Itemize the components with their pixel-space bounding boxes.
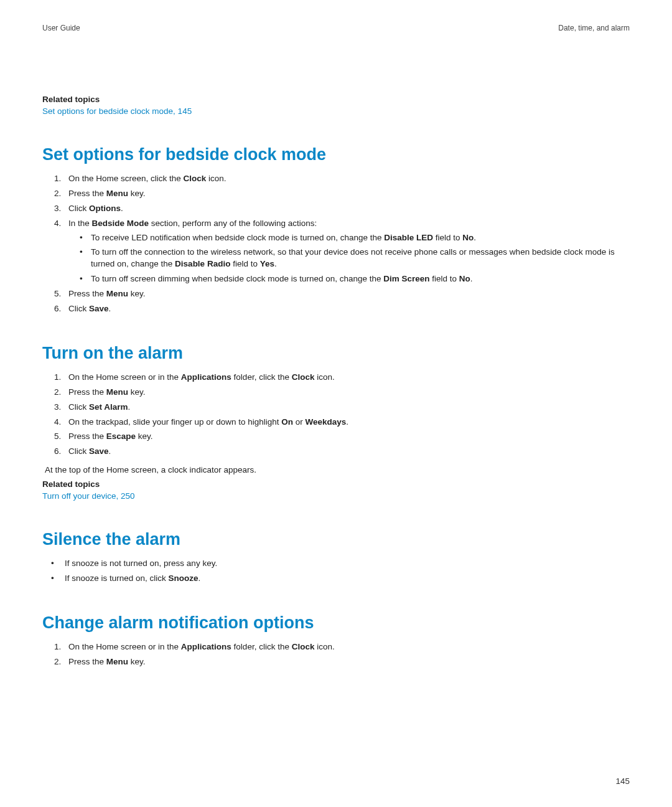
step: On the Home screen or in the Application… xyxy=(63,372,630,384)
steps-bedside: On the Home screen, click the Clock icon… xyxy=(42,173,630,315)
page-number: 145 xyxy=(615,776,630,786)
heading-silence-alarm: Silence the alarm xyxy=(42,530,630,549)
page-header: User Guide Date, time, and alarm xyxy=(42,24,630,32)
step: Press the Menu key. xyxy=(63,387,630,399)
sub-steps: To receive LED notification when bedside… xyxy=(68,232,630,286)
heading-bedside-options: Set options for bedside clock mode xyxy=(42,145,630,164)
step: Click Set Alarm. xyxy=(63,402,630,413)
step: Press the Menu key. xyxy=(63,188,630,200)
steps-change-alarm-notification: On the Home screen or in the Application… xyxy=(42,641,630,668)
related-link-turn-off-device[interactable]: Turn off your device, 250 xyxy=(42,491,135,501)
related-topics-1: Related topics Set options for bedside c… xyxy=(42,95,630,116)
sub-step: To turn off the connection to the wirele… xyxy=(80,247,630,270)
bullets-silence-alarm: If snooze is not turned on, press any ke… xyxy=(42,558,630,585)
bullet: If snooze is not turned on, press any ke… xyxy=(51,558,630,570)
step: Click Save. xyxy=(63,303,630,315)
header-right: Date, time, and alarm xyxy=(558,24,630,32)
step: Click Save. xyxy=(63,446,630,458)
heading-change-alarm-notification: Change alarm notification options xyxy=(42,613,630,633)
step: On the Home screen or in the Application… xyxy=(63,641,630,653)
step: Press the Menu key. xyxy=(63,656,630,668)
related-topics-2: Related topics Turn off your device, 250 xyxy=(42,479,630,501)
step: Press the Escape key. xyxy=(63,431,630,443)
sub-step: To turn off screen dimming when bedside … xyxy=(80,273,630,285)
bullet: If snooze is turned on, click Snooze. xyxy=(51,573,630,585)
note-clock-indicator: At the top of the Home screen, a clock i… xyxy=(45,465,630,474)
step: In the Bedside Mode section, perform any… xyxy=(63,218,630,285)
header-left: User Guide xyxy=(42,24,80,32)
heading-turn-on-alarm: Turn on the alarm xyxy=(42,344,630,363)
step: On the trackpad, slide your finger up or… xyxy=(63,417,630,428)
sub-step: To receive LED notification when bedside… xyxy=(80,232,630,244)
related-link-bedside[interactable]: Set options for bedside clock mode, 145 xyxy=(42,106,192,116)
step: Press the Menu key. xyxy=(63,288,630,300)
related-topics-heading: Related topics xyxy=(42,95,630,104)
step: Click Options. xyxy=(63,203,630,215)
steps-turn-on-alarm: On the Home screen or in the Application… xyxy=(42,372,630,458)
document-page: User Guide Date, time, and alarm Related… xyxy=(0,0,672,807)
step: On the Home screen, click the Clock icon… xyxy=(63,173,630,185)
related-topics-heading: Related topics xyxy=(42,479,630,489)
